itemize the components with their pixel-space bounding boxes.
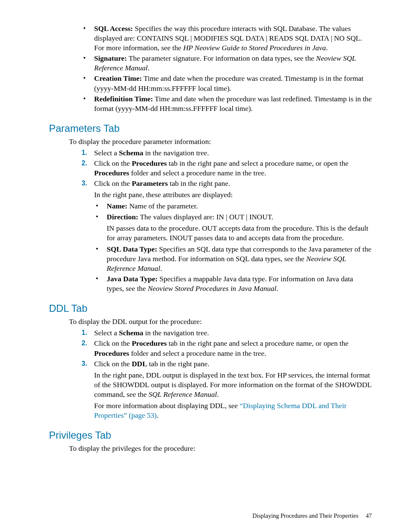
bullet-italic: HP Neoview Guide to Stored Procedures in…	[183, 44, 326, 52]
list-item: Redefinition Time: Time and date when th…	[82, 94, 372, 113]
step-item: Click on the Procedures tab in the right…	[82, 339, 372, 358]
bullet-bold: Name:	[107, 202, 128, 210]
ddl-body-2: For more information about displaying DD…	[94, 401, 372, 420]
bullet-text: Name of the parameter.	[128, 202, 198, 210]
parameters-intro: To display the procedure parameter infor…	[69, 137, 372, 146]
step-bold: Procedures	[132, 159, 167, 167]
step-text: folder and select a procedure name in th…	[129, 169, 266, 177]
list-item: Java Data Type: Specifies a mappable Jav…	[94, 274, 372, 293]
step-text: Click on the	[94, 339, 132, 347]
ddl-intro: To display the DDL output for the proced…	[69, 317, 372, 326]
text: For more information about displaying DD…	[94, 401, 240, 410]
bullet-bold: SQL Access:	[94, 24, 133, 33]
step-item: Select a Schema in the navigation tree.	[82, 148, 372, 158]
text: .	[217, 390, 219, 398]
list-item: Signature: The parameter signature. For …	[82, 54, 372, 73]
step-text: Select a	[94, 149, 119, 157]
privileges-tab-heading: Privileges Tab	[49, 429, 372, 441]
italic: SQL Reference Manual	[148, 390, 217, 398]
top-bullet-list: SQL Access: Specifies the way this proce…	[82, 24, 372, 113]
list-item: Creation Time: Time and date when the pr…	[82, 74, 372, 93]
step-text: folder and select a procedure name in th…	[129, 349, 266, 357]
step-bold: Schema	[119, 149, 143, 157]
step-text: in the navigation tree.	[143, 329, 209, 337]
bullet-bold: SQL Data Type:	[107, 245, 157, 253]
list-item: SQL Access: Specifies the way this proce…	[82, 24, 372, 53]
bullet-tail: .	[148, 64, 149, 72]
step-text: Select a	[94, 329, 119, 337]
bullet-text: The parameter signature. For information…	[127, 54, 316, 62]
step-text: Click on the	[94, 179, 132, 188]
step-bold: Procedures	[132, 339, 167, 347]
bullet-bold: Direction:	[107, 213, 138, 221]
text: In the right pane, DDL output is display…	[94, 371, 371, 398]
step-followup: In the right pane, these attributes are …	[94, 190, 372, 200]
ddl-steps: Select a Schema in the navigation tree. …	[82, 328, 372, 420]
parameters-attributes: Name: Name of the parameter. Direction: …	[94, 201, 372, 293]
step-text: tab in the right pane and select a proce…	[167, 339, 348, 347]
bullet-bold: Java Data Type:	[107, 275, 158, 283]
bullet-extra: IN passes data to the procedure. OUT acc…	[107, 224, 372, 243]
step-item: Click on the DDL tab in the right pane. …	[82, 359, 372, 421]
bullet-italic: Neoview Stored Procedures in Java Manual	[148, 284, 276, 293]
step-text: tab in the right pane.	[147, 360, 210, 368]
step-item: Click on the Parameters tab in the right…	[82, 179, 372, 200]
list-item: SQL Data Type: Specifies an SQL data typ…	[94, 244, 372, 273]
footer-page-number: 47	[366, 512, 372, 519]
step-text: in the navigation tree.	[143, 149, 209, 157]
bullet-bold: Redefinition Time:	[94, 95, 153, 103]
step-bold: Schema	[119, 329, 143, 337]
ddl-body-1: In the right pane, DDL output is display…	[94, 370, 372, 399]
text: .	[157, 411, 159, 419]
step-bold: Procedures	[94, 169, 129, 177]
footer-title: Displaying Procedures and Their Properti…	[252, 512, 358, 519]
privileges-intro: To display the privileges for the proced…	[69, 444, 372, 453]
step-item: Select a Schema in the navigation tree.	[82, 328, 372, 338]
step-text: tab in the right pane and select a proce…	[167, 159, 348, 167]
step-bold: DDL	[132, 360, 147, 368]
list-item: Direction: The values displayed are: IN …	[94, 212, 372, 243]
bullet-text: The values displayed are: IN | OUT | INO…	[138, 213, 274, 221]
step-bold: Parameters	[132, 179, 168, 188]
bullet-bold: Creation Time:	[94, 74, 142, 82]
bullet-tail: .	[160, 264, 162, 272]
step-text: Click on the	[94, 159, 132, 167]
bullet-tail: .	[276, 284, 278, 293]
page-footer: Displaying Procedures and Their Properti…	[252, 512, 372, 519]
step-text: tab in the right pane.	[168, 179, 230, 188]
step-bold: Procedures	[94, 349, 129, 357]
bullet-tail: .	[326, 44, 327, 52]
parameters-tab-heading: Parameters Tab	[49, 123, 372, 134]
parameters-steps: Select a Schema in the navigation tree. …	[82, 148, 372, 200]
ddl-tab-heading: DDL Tab	[49, 303, 372, 314]
list-item: Name: Name of the parameter.	[94, 201, 372, 211]
step-text: Click on the	[94, 360, 132, 368]
step-item: Click on the Procedures tab in the right…	[82, 159, 372, 178]
bullet-bold: Signature:	[94, 54, 127, 62]
